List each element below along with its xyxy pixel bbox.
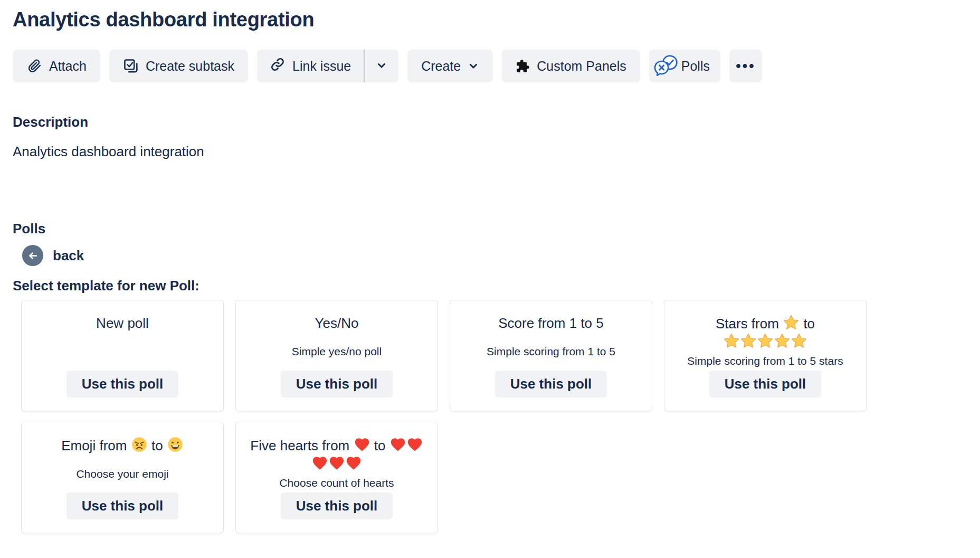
use-this-poll-button[interactable]: Use this poll [709,371,822,398]
issue-view: Analytics dashboard integration Attach C… [0,7,980,533]
grinning-face-icon [167,436,184,453]
toolbar: Attach Create subtask Link issue [13,50,980,82]
use-this-poll-button[interactable]: Use this poll [495,371,607,398]
puzzle-piece-icon [516,59,530,73]
poll-template-title: Score from 1 to 5 [498,314,604,332]
poll-template-title: Five hearts from to [250,436,423,473]
poll-template-card: Five hearts from to Choose count of hear… [235,422,438,533]
poll-template-card: Score from 1 to 5 Simple scoring from 1 … [450,300,652,411]
back-button[interactable]: back [22,245,84,266]
poll-template-description: Choose count of hearts [279,476,394,489]
poll-template-card: Yes/No Simple yes/no poll Use this poll [235,300,438,411]
poll-template-description: Simple yes/no poll [292,345,382,358]
red-heart-icon [328,455,345,471]
use-this-poll-button[interactable]: Use this poll [281,493,393,519]
create-button[interactable]: Create [407,50,493,82]
create-label: Create [421,59,461,74]
back-label: back [53,248,84,264]
create-subtask-label: Create subtask [146,59,234,74]
link-issue-label: Link issue [292,59,351,74]
poll-template-description: Simple scoring from 1 to 5 [487,345,615,358]
polls-label: Polls [681,59,710,74]
back-arrow-icon [22,245,43,266]
red-heart-icon [311,455,328,471]
poll-template-title: Emoji from to [61,436,184,455]
red-heart-icon [389,436,406,453]
red-heart-icon [406,436,423,453]
poll-template-title: New poll [96,314,149,332]
poll-template-description: Simple scoring from 1 to 5 stars [687,354,843,367]
more-button[interactable]: ••• [729,50,762,82]
poll-template-card: Emoji from to Choose your emoji Use this… [21,422,224,533]
use-this-poll-button[interactable]: Use this poll [66,493,179,519]
poll-template-title: Yes/No [315,314,359,332]
description-body[interactable]: Analytics dashboard integration [13,144,980,159]
polls-heading: Polls [13,221,980,237]
custom-panels-label: Custom Panels [537,59,626,74]
polls-button[interactable]: Polls [649,50,720,82]
poll-template-title: Stars from to [716,314,815,351]
chevron-down-icon [468,60,479,72]
star-icon [774,333,791,349]
angry-face-icon [131,436,148,453]
attach-label: Attach [49,59,87,74]
star-icon [791,333,807,349]
description-heading: Description [13,114,980,130]
poll-template-grid: New poll Use this poll Yes/No Simple yes… [21,300,980,533]
poll-template-card: Stars from to Simple scoring from 1 to 5… [664,300,867,411]
custom-panels-button[interactable]: Custom Panels [502,50,640,82]
link-issue-split-button: Link issue [257,50,398,82]
star-icon [757,333,774,349]
use-this-poll-button[interactable]: Use this poll [66,371,179,398]
link-issue-dropdown-button[interactable] [365,50,398,82]
select-template-heading: Select template for new Poll: [13,278,980,294]
star-icon [723,333,740,349]
link-issue-button[interactable]: Link issue [257,50,364,82]
link-icon [270,56,286,75]
star-icon [740,333,757,349]
subtask-checkbox-icon [123,58,139,74]
attach-button[interactable]: Attach [13,50,100,82]
use-this-poll-button[interactable]: Use this poll [281,371,393,398]
polls-bubbles-icon [653,54,680,78]
create-subtask-button[interactable]: Create subtask [109,50,248,82]
poll-template-description: Choose your emoji [76,467,168,480]
chevron-down-icon [376,60,387,73]
paperclip-icon [26,58,42,74]
red-heart-icon [354,436,370,453]
page-title: Analytics dashboard integration [13,7,980,32]
more-icon: ••• [736,58,755,74]
red-heart-icon [345,455,362,471]
poll-template-card: New poll Use this poll [21,300,224,411]
star-icon [783,314,800,331]
